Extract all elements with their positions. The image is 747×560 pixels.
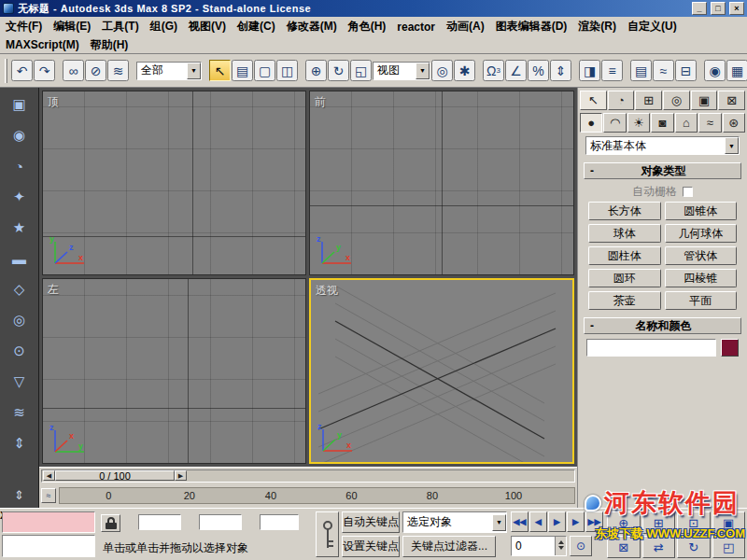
select-object-icon[interactable]: ↖: [209, 60, 231, 81]
viewport-top-label[interactable]: 顶: [48, 94, 59, 110]
subtab-lights[interactable]: ☀: [627, 113, 650, 133]
close-button[interactable]: ×: [729, 2, 744, 15]
object-name-input[interactable]: [586, 339, 716, 357]
sphere-button[interactable]: 球体: [588, 224, 661, 243]
crossing-region-icon[interactable]: ◫: [276, 60, 298, 81]
tool-icon-1[interactable]: ▣: [6, 95, 34, 114]
tab-utilities[interactable]: ⊠: [718, 91, 745, 110]
menu-reactor[interactable]: reactor: [391, 19, 441, 35]
tool-icon-4[interactable]: ✦: [6, 188, 34, 206]
use-pivot-center-icon[interactable]: ◎: [431, 60, 453, 81]
subtab-cameras[interactable]: ◙: [651, 113, 673, 133]
menu-views[interactable]: 视图(V): [183, 17, 232, 36]
z-coordinate-field[interactable]: [260, 514, 299, 530]
chevron-down-icon[interactable]: ▼: [725, 137, 739, 154]
select-link-icon[interactable]: ∞: [63, 60, 84, 81]
spin-up-icon[interactable]: [558, 538, 564, 544]
layer-manager-icon[interactable]: ▤: [630, 60, 652, 81]
tool-icon-6[interactable]: ▬: [6, 249, 34, 268]
toolbar-grip[interactable]: [5, 59, 7, 83]
set-key-mode-button[interactable]: 设置关键点: [342, 536, 400, 557]
maxscript-mini-listener-macro[interactable]: [2, 511, 95, 533]
menu-maxscript[interactable]: MAXScript(M): [0, 36, 85, 53]
menu-help[interactable]: 帮助(H): [85, 35, 134, 55]
rect-region-icon[interactable]: ▢: [254, 60, 275, 81]
spinner-snap-icon[interactable]: ⇕: [550, 60, 571, 81]
y-coordinate-field[interactable]: [199, 514, 242, 530]
bind-spacewarp-icon[interactable]: ≋: [107, 60, 129, 81]
menu-file[interactable]: 文件(F): [0, 17, 48, 36]
reference-coordinate-dropdown[interactable]: 视图 ▼: [373, 62, 430, 80]
undo-icon[interactable]: ↶: [11, 60, 33, 81]
box-button[interactable]: 长方体: [588, 202, 661, 220]
viewport-perspective-label[interactable]: 透视: [316, 283, 338, 299]
menu-tools[interactable]: 工具(T): [96, 17, 144, 36]
collapse-icon[interactable]: -: [585, 164, 599, 177]
pyramid-button[interactable]: 四棱锥: [665, 269, 738, 287]
viewport-front[interactable]: 前 z x y: [309, 91, 574, 275]
previous-frame-icon[interactable]: ◀: [529, 511, 547, 532]
move-icon[interactable]: ⊕: [305, 60, 327, 81]
next-frame-icon[interactable]: ▶: [175, 470, 187, 481]
selection-filter-dropdown[interactable]: 全部 ▼: [136, 62, 202, 80]
play-icon[interactable]: ▶: [548, 511, 566, 532]
panel-scroll-icon[interactable]: ⇕: [14, 488, 24, 502]
rotate-icon[interactable]: ↻: [328, 60, 349, 81]
select-by-name-icon[interactable]: ▤: [232, 60, 253, 81]
menu-group[interactable]: 组(G): [145, 17, 183, 36]
cylinder-button[interactable]: 圆柱体: [588, 246, 661, 265]
menu-customize[interactable]: 自定义(U): [622, 17, 683, 36]
menu-rendering[interactable]: 渲染(R): [572, 17, 622, 36]
tool-icon-12[interactable]: ⇕: [6, 434, 34, 453]
viewport-front-label[interactable]: 前: [315, 94, 326, 110]
current-frame-spinner[interactable]: 0: [511, 536, 567, 556]
torus-button[interactable]: 圆环: [588, 269, 661, 287]
align-icon[interactable]: ≡: [601, 60, 623, 81]
set-key-big-button[interactable]: [316, 511, 339, 557]
tab-create[interactable]: ↖: [580, 91, 607, 110]
tool-icon-11[interactable]: ≋: [6, 403, 34, 422]
autogrid-checkbox[interactable]: [683, 187, 693, 197]
rollout-name-color[interactable]: - 名称和颜色: [584, 317, 741, 334]
auto-key-button[interactable]: 自动关键点: [342, 511, 400, 533]
viewport-left[interactable]: 左 z y x: [42, 278, 306, 464]
mini-curve-editor-icon[interactable]: ≈: [41, 488, 56, 503]
tube-button[interactable]: 管状体: [665, 246, 738, 265]
menu-character[interactable]: 角色(H): [343, 17, 392, 36]
selection-lock-toggle[interactable]: [101, 514, 120, 532]
collapse-icon[interactable]: -: [585, 319, 599, 332]
time-configuration-icon[interactable]: ⊙: [570, 536, 592, 556]
material-editor-icon[interactable]: ◉: [704, 60, 726, 81]
tool-icon-8[interactable]: ◎: [6, 311, 34, 329]
subtab-shapes[interactable]: ◠: [603, 113, 626, 133]
time-slider-handle[interactable]: 0 / 100: [55, 470, 175, 481]
tool-icon-10[interactable]: ▽: [6, 372, 34, 391]
tab-display[interactable]: ▣: [691, 91, 718, 110]
redo-icon[interactable]: ↷: [34, 60, 55, 81]
spin-down-icon[interactable]: [558, 546, 564, 553]
next-frame-icon[interactable]: ▶: [567, 511, 585, 532]
menu-graph-editors[interactable]: 图表编辑器(D): [490, 17, 573, 36]
subtab-systems[interactable]: ⊛: [723, 113, 745, 133]
object-class-dropdown[interactable]: 标准基本体 ▼: [585, 136, 740, 155]
chevron-down-icon[interactable]: ▼: [187, 63, 201, 79]
select-manipulate-icon[interactable]: ✱: [454, 60, 475, 81]
cone-button[interactable]: 圆锥体: [665, 202, 738, 220]
schematic-view-icon[interactable]: ⊟: [675, 60, 697, 81]
mirror-icon[interactable]: ◨: [579, 60, 600, 81]
geosphere-button[interactable]: 几何球体: [665, 224, 738, 243]
viewport-top[interactable]: 顶 y x z: [42, 91, 306, 275]
tool-icon-3[interactable]: ◔: [6, 157, 34, 175]
previous-frame-icon[interactable]: ◀: [43, 470, 55, 481]
subtab-spacewarps[interactable]: ≈: [698, 113, 721, 133]
tool-icon-5[interactable]: ★: [6, 218, 34, 237]
viewport-perspective-active[interactable]: 透视: [309, 278, 574, 464]
menu-animation[interactable]: 动画(A): [441, 17, 490, 36]
rollout-object-type[interactable]: - 对象类型: [584, 162, 741, 179]
key-filters-button[interactable]: 关键点过滤器...: [402, 536, 496, 557]
maxscript-mini-listener[interactable]: [2, 535, 95, 557]
track-bar-ruler[interactable]: 0 20 40 60 80 100: [59, 487, 575, 504]
chevron-down-icon[interactable]: ▼: [416, 63, 430, 79]
menu-modifiers[interactable]: 修改器(M): [281, 17, 343, 36]
tab-hierarchy[interactable]: ⊞: [635, 91, 662, 110]
